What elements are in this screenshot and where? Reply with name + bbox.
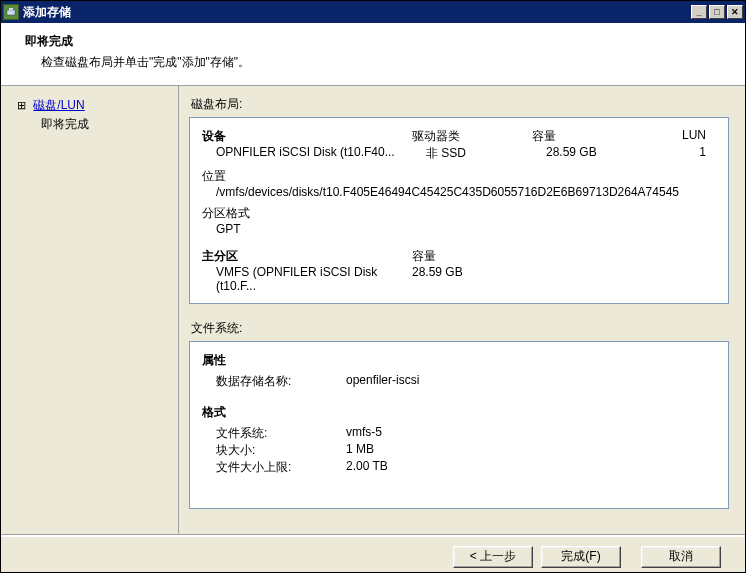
device-capacity: 28.59 GB bbox=[546, 145, 696, 162]
minimize-button[interactable]: _ bbox=[691, 5, 707, 19]
partfmt-label: 分区格式 bbox=[202, 205, 716, 222]
block-size-value: 1 MB bbox=[346, 442, 374, 459]
wizard-footer: < 上一步 完成(F) 取消 bbox=[1, 536, 745, 573]
primary-partition-capacity-header: 容量 bbox=[412, 248, 532, 265]
primary-partition-header: 主分区 bbox=[202, 248, 412, 265]
col-device: 设备 bbox=[202, 128, 412, 145]
sidebar-item-ready: 即将完成 bbox=[31, 115, 172, 134]
partition-capacity: 28.59 GB bbox=[412, 265, 532, 293]
max-file-size-label: 文件大小上限: bbox=[216, 459, 346, 476]
fs-type-label: 文件系统: bbox=[216, 425, 346, 442]
block-size-label: 块大小: bbox=[216, 442, 346, 459]
partition-row: VMFS (OPNFILER iSCSI Disk (t10.F... 28.5… bbox=[216, 265, 716, 293]
back-button[interactable]: < 上一步 bbox=[453, 546, 533, 568]
device-lun: 1 bbox=[696, 145, 716, 162]
header-description: 检查磁盘布局并单击"完成"添加"存储"。 bbox=[41, 54, 721, 71]
sidebar-item-disk-lun[interactable]: 磁盘/LUN bbox=[7, 96, 172, 115]
svg-rect-0 bbox=[7, 10, 15, 15]
device-name: OPNFILER iSCSI Disk (t10.F40... bbox=[216, 145, 426, 162]
wizard-steps-sidebar: 磁盘/LUN 即将完成 bbox=[1, 86, 179, 534]
partition-name: VMFS (OPNFILER iSCSI Disk (t10.F... bbox=[216, 265, 412, 293]
close-button[interactable]: ✕ bbox=[727, 5, 743, 19]
wizard-header: 即将完成 检查磁盘布局并单击"完成"添加"存储"。 bbox=[1, 23, 745, 86]
location-label: 位置 bbox=[202, 168, 716, 185]
max-file-size-value: 2.00 TB bbox=[346, 459, 388, 476]
col-drive-type: 驱动器类 bbox=[412, 128, 532, 145]
svg-rect-1 bbox=[9, 8, 13, 10]
col-lun: LUN bbox=[682, 128, 716, 145]
disk-layout-label: 磁盘布局: bbox=[191, 96, 729, 113]
format-label: 格式 bbox=[202, 404, 716, 421]
sidebar-label-ready: 即将完成 bbox=[41, 117, 89, 131]
app-icon bbox=[3, 4, 19, 20]
location-value: /vmfs/devices/disks/t10.F405E46494C45425… bbox=[216, 185, 716, 199]
finish-button[interactable]: 完成(F) bbox=[541, 546, 621, 568]
title-bar: 添加存储 _ □ ✕ bbox=[1, 1, 745, 23]
device-row: OPNFILER iSCSI Disk (t10.F40... 非 SSD 28… bbox=[216, 145, 716, 162]
filesystem-panel: 属性 数据存储名称: openfiler-iscsi 格式 文件系统: vmfs… bbox=[189, 341, 729, 509]
maximize-button[interactable]: □ bbox=[709, 5, 725, 19]
fs-type-value: vmfs-5 bbox=[346, 425, 382, 442]
datastore-name-value: openfiler-iscsi bbox=[346, 373, 419, 390]
filesystem-label: 文件系统: bbox=[191, 320, 729, 337]
partfmt-value: GPT bbox=[216, 222, 716, 236]
disk-layout-panel: 设备 驱动器类 容量 LUN OPNFILER iSCSI Disk (t10.… bbox=[189, 117, 729, 304]
header-title: 即将完成 bbox=[25, 33, 721, 50]
col-capacity: 容量 bbox=[532, 128, 682, 145]
content-area: 磁盘布局: 设备 驱动器类 容量 LUN OPNFILER iSCSI Disk… bbox=[179, 86, 745, 534]
device-drive-type: 非 SSD bbox=[426, 145, 546, 162]
datastore-name-label: 数据存储名称: bbox=[216, 373, 346, 390]
properties-label: 属性 bbox=[202, 352, 716, 369]
window-title: 添加存储 bbox=[23, 4, 689, 21]
sidebar-link-disk-lun[interactable]: 磁盘/LUN bbox=[33, 98, 84, 112]
cancel-button[interactable]: 取消 bbox=[641, 546, 721, 568]
